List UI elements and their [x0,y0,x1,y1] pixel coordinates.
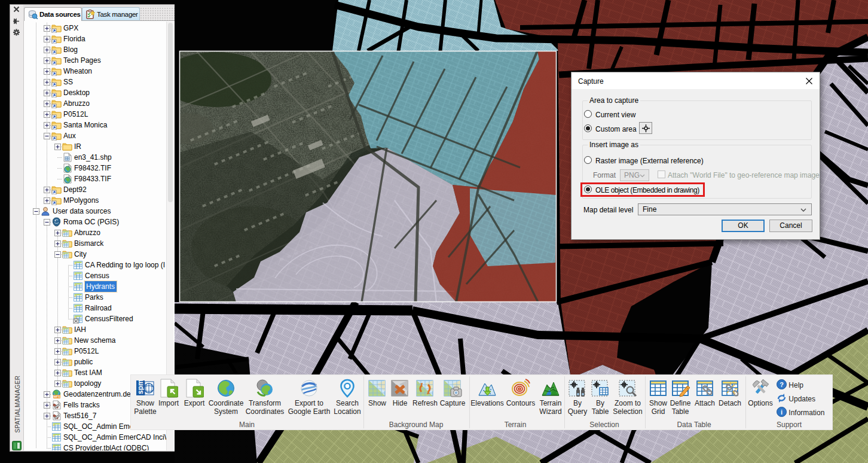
svg-text:WFS: WFS [53,395,60,398]
svg-text:i: i [781,409,783,416]
svg-text:?: ? [780,381,784,388]
